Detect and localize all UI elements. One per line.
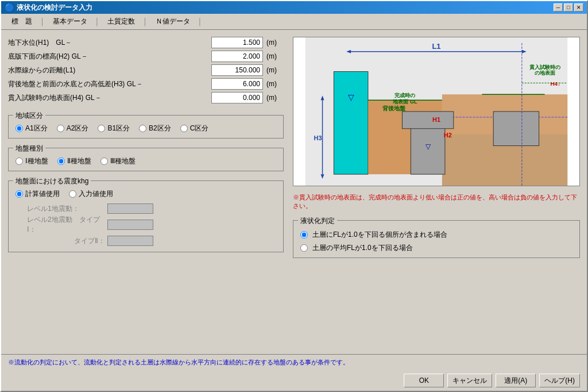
- main-window: 🔵 液状化の検討データ入力 ─ □ ✕ 標 題 │ 基本データ │ 土質定数 │…: [0, 0, 588, 392]
- help-button[interactable]: ヘルプ(H): [539, 374, 580, 387]
- svg-rect-9: [402, 112, 453, 129]
- soil-group: 地盤種別 Ⅰ種地盤 Ⅱ種地盤 Ⅲ種地盤: [8, 148, 284, 171]
- seismic-calc-radio-group: 計算値使用 入力値使用: [16, 189, 276, 199]
- soil-group-title: 地盤種別: [13, 144, 45, 153]
- menu-sep-2: │: [93, 17, 102, 27]
- zone-radio-input-A2[interactable]: [57, 125, 64, 132]
- field-row-3: 背後地盤と前面の水底との高低差(H3) GL－ (m): [8, 78, 284, 90]
- liquefaction-radio-group: 土層にFLが1.0を下回る個所が含まれる場合 土層の平均FLが1.0を下回る場合: [300, 230, 572, 253]
- zone-group-title: 地域区分: [13, 111, 45, 121]
- seismic-label-input: 入力値使用: [79, 189, 113, 199]
- zone-radio-input-B2[interactable]: [139, 125, 146, 132]
- zone-radio-A2[interactable]: A2区分: [57, 124, 89, 133]
- seismic-input-0[interactable]: [107, 203, 153, 214]
- seismic-row-label-2: タイプⅡ：: [27, 236, 107, 246]
- diagram-container: ▽ ▽: [293, 37, 580, 186]
- menu-item-label[interactable]: 標 題: [6, 16, 38, 28]
- svg-text:▽: ▽: [348, 93, 354, 102]
- soil-radio-3[interactable]: Ⅲ種地盤: [100, 156, 136, 166]
- menu-item-basic[interactable]: 基本データ: [47, 16, 93, 28]
- soil-radio-2[interactable]: Ⅱ種地盤: [57, 156, 91, 166]
- field-input-4[interactable]: [211, 92, 263, 103]
- field-unit-4: (m): [266, 94, 284, 102]
- diagram-note: ※貫入試験時の地表面は、完成時の地表面より低い場合は正の値を、高い場合は負の値を…: [293, 193, 580, 211]
- menu-bar: 標 題 │ 基本データ │ 土質定数 │ Ｎ値データ │: [1, 14, 587, 30]
- zone-radio-B2[interactable]: B2区分: [139, 124, 171, 133]
- zone-label-A2: A2区分: [67, 124, 89, 133]
- form-fields: 地下水位(H1) GL－ (m) 底版下面の標高(H2) GL－ (m) 水際線…: [8, 37, 284, 106]
- cancel-button[interactable]: キャンセル: [447, 374, 492, 387]
- zone-radio-input-A1[interactable]: [16, 125, 23, 132]
- svg-text:L1: L1: [432, 42, 440, 51]
- seismic-input-2[interactable]: [107, 236, 153, 246]
- zone-label-B1: B1区分: [107, 124, 130, 133]
- svg-text:H4↓: H4↓: [550, 80, 560, 87]
- seismic-radio-input-calc[interactable]: [16, 190, 23, 198]
- seismic-group: 地盤面における震度khg 計算値使用 入力値使用 レベル1地震動：: [8, 180, 284, 252]
- field-input-3[interactable]: [211, 78, 263, 90]
- field-input-0[interactable]: [211, 37, 263, 48]
- liq-radio-input-2[interactable]: [300, 244, 308, 252]
- bottom-note-text: ※流動化の判定において、流動化と判定される土層は水際線から水平方向に連続的に存在…: [8, 359, 349, 366]
- liq-radio-1[interactable]: 土層にFLが1.0を下回る個所が含まれる場合: [300, 230, 572, 240]
- svg-text:H3: H3: [314, 134, 322, 141]
- svg-text:の地表面: の地表面: [535, 70, 555, 76]
- liq-radio-2[interactable]: 土層の平均FLが1.0を下回る場合: [300, 243, 572, 253]
- seismic-row-1: レベル2地震動 タイプⅠ：: [27, 215, 276, 235]
- apply-button[interactable]: 適用(A): [496, 374, 536, 387]
- zone-label-C: C区分: [190, 124, 209, 133]
- soil-radio-group: Ⅰ種地盤 Ⅱ種地盤 Ⅲ種地盤: [16, 156, 276, 166]
- svg-text:背後地盤: 背後地盤: [382, 105, 406, 112]
- menu-sep-1: │: [38, 17, 47, 27]
- bottom-note: ※流動化の判定において、流動化と判定される土層は水際線から水平方向に連続的に存在…: [1, 354, 587, 370]
- field-row-2: 水際線からの距離(L1) (m): [8, 64, 284, 76]
- field-label-2: 水際線からの距離(L1): [8, 66, 211, 75]
- close-button[interactable]: ✕: [574, 3, 583, 11]
- seismic-row-label-0: レベル1地震動：: [27, 204, 107, 214]
- field-label-0: 地下水位(H1) GL－: [8, 38, 211, 48]
- ok-button[interactable]: OK: [404, 374, 444, 387]
- soil-label-3: Ⅲ種地盤: [110, 156, 136, 166]
- field-label-1: 底版下面の標高(H2) GL－: [8, 52, 211, 62]
- field-row-4: 貫入試験時の地表面(H4) GL－ (m): [8, 92, 284, 103]
- menu-sep-3: │: [141, 17, 150, 27]
- zone-radio-input-B1[interactable]: [98, 125, 105, 132]
- field-row-1: 底版下面の標高(H2) GL－ (m): [8, 51, 284, 62]
- soil-radio-input-3[interactable]: [100, 157, 108, 165]
- seismic-radio-calc[interactable]: 計算値使用: [16, 189, 60, 199]
- field-unit-2: (m): [266, 66, 284, 74]
- field-label-3: 背後地盤と前面の水底との高低差(H3) GL－: [8, 79, 211, 89]
- minimize-button[interactable]: ─: [554, 3, 563, 11]
- seismic-radio-input[interactable]: 入力値使用: [69, 189, 113, 199]
- menu-item-soil[interactable]: 土質定数: [102, 16, 141, 28]
- maximize-button[interactable]: □: [564, 3, 573, 11]
- title-bar-left: 🔵 液状化の検討データ入力: [5, 3, 92, 13]
- menu-item-n[interactable]: Ｎ値データ: [150, 16, 196, 28]
- liq-label-2: 土層の平均FLが1.0を下回る場合: [312, 243, 413, 253]
- zone-radio-group: A1区分 A2区分 B1区分 B2区分: [16, 124, 276, 133]
- liquefaction-group: 液状化判定 土層にFLが1.0を下回る個所が含まれる場合 土層の平均FLが1.0…: [293, 220, 580, 258]
- field-input-2[interactable]: [211, 64, 263, 76]
- zone-radio-input-C[interactable]: [180, 125, 188, 132]
- field-unit-0: (m): [266, 39, 284, 47]
- field-row-0: 地下水位(H1) GL－ (m): [8, 37, 284, 48]
- field-input-1[interactable]: [211, 51, 263, 62]
- title-bar: 🔵 液状化の検討データ入力 ─ □ ✕: [1, 1, 587, 14]
- zone-radio-C[interactable]: C区分: [180, 124, 209, 133]
- soil-radio-1[interactable]: Ⅰ種地盤: [16, 156, 48, 166]
- seismic-radio-input-input[interactable]: [69, 190, 76, 198]
- button-bar: OK キャンセル 適用(A) ヘルプ(H): [1, 370, 587, 391]
- zone-radio-A1[interactable]: A1区分: [16, 124, 48, 133]
- svg-text:完成時の: 完成時の: [394, 92, 415, 98]
- svg-text:▽: ▽: [425, 143, 431, 151]
- liq-radio-input-1[interactable]: [300, 231, 308, 239]
- soil-radio-input-1[interactable]: [16, 157, 23, 165]
- zone-radio-B1[interactable]: B1区分: [98, 124, 130, 133]
- soil-radio-input-2[interactable]: [57, 157, 65, 165]
- note-text-content: ※貫入試験時の地表面は、完成時の地表面より低い場合は正の値を、高い場合は負の値を…: [293, 194, 577, 209]
- app-icon: 🔵: [5, 3, 14, 12]
- svg-text:貫入試験時の: 貫入試験時の: [529, 64, 560, 70]
- seismic-input-1[interactable]: [107, 220, 153, 230]
- left-panel: 地下水位(H1) GL－ (m) 底版下面の標高(H2) GL－ (m) 水際線…: [8, 37, 284, 347]
- right-panel: ▽ ▽: [293, 37, 580, 347]
